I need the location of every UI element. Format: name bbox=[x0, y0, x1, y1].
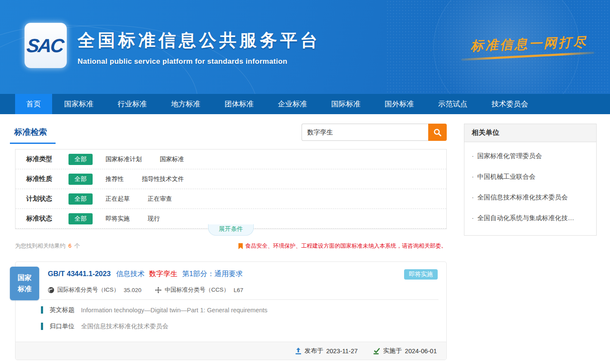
filter-option[interactable]: 正在起草 bbox=[106, 195, 130, 203]
ics-value: 35.020 bbox=[124, 287, 141, 293]
implement-label: 实施于 bbox=[383, 347, 402, 355]
standard-title-part2[interactable]: 第1部分：通用要求 bbox=[182, 270, 243, 277]
filter-option[interactable]: 即将实施 bbox=[106, 215, 130, 223]
notice-message: 食品安全、环境保护、工程建设方面的国家标准未纳入本系统，请咨询相关部委。 bbox=[238, 242, 447, 250]
compass-icon bbox=[155, 287, 162, 293]
search-section: 标准检索 bbox=[15, 124, 447, 144]
filter-all-button[interactable]: 全部 bbox=[68, 154, 93, 165]
filter-option[interactable]: 国家标准 bbox=[160, 156, 184, 163]
summary-prefix: 为您找到相关结果约 bbox=[15, 243, 65, 249]
ccs-value: L67 bbox=[233, 287, 243, 293]
implement-date: 2024-06-01 bbox=[405, 348, 437, 355]
check-icon bbox=[373, 348, 380, 355]
card-top: GB/T 43441.1-2023 信息技术 数字孪生 第1部分：通用要求 即将… bbox=[16, 262, 446, 299]
nav-item-foreign-standards[interactable]: 国外标准 bbox=[373, 94, 426, 114]
filter-panel: 标准类型 全部 国家标准计划 国家标准 标准性质 全部 推荐性 指导性技术文件 … bbox=[15, 149, 447, 229]
ics-label: 国际标准分类号（ICS） bbox=[57, 286, 119, 294]
ccs-meta: 中国标准分类号（CCS） L67 bbox=[155, 286, 243, 294]
search-box bbox=[302, 124, 447, 141]
filter-option[interactable]: 指导性技术文件 bbox=[142, 175, 184, 183]
site-subtitle: National public service platform for sta… bbox=[78, 57, 321, 66]
expand-conditions-button[interactable]: 展开条件 bbox=[208, 224, 254, 236]
results-summary: 为您找到相关结果约 6 个 bbox=[15, 242, 80, 250]
search-button[interactable] bbox=[428, 124, 447, 141]
related-units-title: 相关单位 bbox=[464, 124, 596, 142]
english-title-value: Information technology—Digital twin—Part… bbox=[81, 307, 268, 314]
ics-meta: 国际标准分类号（ICS） 35.020 bbox=[48, 286, 141, 294]
filter-all-button[interactable]: 全部 bbox=[68, 213, 93, 224]
page-content: 标准检索 标准类型 全部 国家标准计划 国家标准 bbox=[0, 114, 610, 360]
dept-row: 归口单位 全国信息技术标准化技术委员会 bbox=[41, 322, 438, 330]
related-unit-link[interactable]: 中国机械工业联合会 bbox=[472, 166, 589, 187]
nav-item-industry-standards[interactable]: 行业标准 bbox=[106, 94, 159, 114]
implement-date-item: 实施于 2024-06-01 bbox=[373, 347, 437, 355]
ccs-label: 中国标准分类号（CCS） bbox=[165, 286, 229, 294]
search-input[interactable] bbox=[302, 124, 428, 141]
card-details: 英文标题 Information technology—Digital twin… bbox=[16, 300, 446, 342]
filter-label: 计划状态 bbox=[26, 195, 68, 203]
globe-icon bbox=[48, 287, 54, 293]
card-footer: 发布于 2023-11-27 实施于 2024-06-01 bbox=[16, 342, 446, 360]
related-units-panel: 相关单位 国家标准化管理委员会 中国机械工业联合会 全国信息技术标准化技术委员会… bbox=[464, 124, 597, 236]
standard-result-card: 国家 标准 GB/T 43441.1-2023 信息技术 数字孪生 第1部分：通… bbox=[15, 261, 447, 360]
sac-logo[interactable]: SAC bbox=[25, 23, 67, 68]
related-unit-link[interactable]: 全国信息技术标准化技术委员会 bbox=[472, 187, 589, 208]
nav-item-home[interactable]: 首页 bbox=[15, 94, 52, 114]
filter-label: 标准性质 bbox=[26, 175, 68, 183]
english-title-label: 英文标题 bbox=[50, 306, 75, 314]
nav-item-enterprise-standards[interactable]: 企业标准 bbox=[266, 94, 319, 114]
standard-code[interactable]: GB/T 43441.1-2023 bbox=[48, 270, 111, 277]
nav-item-local-standards[interactable]: 地方标准 bbox=[159, 94, 212, 114]
nav-item-technical-committee[interactable]: 技术委员会 bbox=[479, 94, 540, 114]
filter-option[interactable]: 国家标准计划 bbox=[106, 156, 142, 163]
nav-item-national-standards[interactable]: 国家标准 bbox=[52, 94, 106, 114]
english-title-row: 英文标题 Information technology—Digital twin… bbox=[41, 306, 438, 314]
type-badge-line2: 标准 bbox=[18, 283, 31, 295]
filter-all-button[interactable]: 全部 bbox=[68, 193, 93, 205]
card-title-row: GB/T 43441.1-2023 信息技术 数字孪生 第1部分：通用要求 即将… bbox=[48, 269, 438, 280]
filter-row-plan-status: 计划状态 全部 正在起草 正在审查 bbox=[16, 189, 446, 209]
summary-suffix: 个 bbox=[74, 243, 80, 249]
publish-date: 2023-11-27 bbox=[326, 348, 358, 355]
nav-item-group-standards[interactable]: 团体标准 bbox=[212, 94, 266, 114]
filter-row-standard-type: 标准类型 全部 国家标准计划 国家标准 bbox=[16, 149, 446, 169]
main-nav: 首页 国家标准 行业标准 地方标准 团体标准 企业标准 国际标准 国外标准 示范… bbox=[0, 94, 610, 114]
sidebar-column: 相关单位 国家标准化管理委员会 中国机械工业联合会 全国信息技术标准化技术委员会… bbox=[464, 124, 597, 360]
nav-item-pilot[interactable]: 示范试点 bbox=[426, 94, 479, 114]
publish-date-item: 发布于 2023-11-27 bbox=[295, 347, 358, 355]
teal-bar bbox=[41, 306, 43, 314]
standard-title-link[interactable]: GB/T 43441.1-2023 信息技术 数字孪生 第1部分：通用要求 bbox=[48, 269, 243, 279]
dept-value: 全国信息技术标准化技术委员会 bbox=[81, 322, 168, 330]
bookmark-icon bbox=[238, 243, 243, 249]
filter-option[interactable]: 推荐性 bbox=[106, 175, 124, 183]
site-header: SAC 全国标准信息公共服务平台 National public service… bbox=[0, 0, 610, 94]
type-badge-line1: 国家 bbox=[18, 272, 31, 283]
publish-label: 发布于 bbox=[305, 347, 324, 355]
site-title: 全国标准信息公共服务平台 bbox=[78, 28, 321, 52]
related-unit-link[interactable]: 全国自动化系统与集成标准化技… bbox=[472, 208, 589, 228]
teal-bar bbox=[41, 323, 43, 330]
standard-title-keyword[interactable]: 数字孪生 bbox=[149, 270, 177, 277]
card-meta-row: 国际标准分类号（ICS） 35.020 bbox=[48, 286, 438, 294]
filter-row-standard-nature: 标准性质 全部 推荐性 指导性技术文件 bbox=[16, 169, 446, 189]
summary-count: 6 bbox=[68, 243, 72, 249]
status-badge: 即将实施 bbox=[404, 269, 438, 280]
filter-all-button[interactable]: 全部 bbox=[68, 174, 93, 185]
filter-option[interactable]: 现行 bbox=[148, 215, 160, 223]
filter-option[interactable]: 正在审查 bbox=[148, 195, 172, 203]
filter-label: 标准类型 bbox=[26, 155, 68, 163]
nav-item-international-standards[interactable]: 国际标准 bbox=[319, 94, 373, 114]
notice-text: 食品安全、环境保护、工程建设方面的国家标准未纳入本系统，请咨询相关部委。 bbox=[245, 242, 447, 250]
standard-title-part1[interactable]: 信息技术 bbox=[116, 270, 144, 277]
publish-icon bbox=[295, 348, 302, 355]
sac-logo-text: SAC bbox=[25, 35, 65, 56]
search-icon bbox=[433, 128, 442, 137]
dept-label: 归口单位 bbox=[50, 322, 75, 330]
site-title-block: 全国标准信息公共服务平台 National public service pla… bbox=[78, 28, 321, 66]
standard-type-badge: 国家 标准 bbox=[10, 267, 39, 300]
related-units-list: 国家标准化管理委员会 中国机械工业联合会 全国信息技术标准化技术委员会 全国自动… bbox=[464, 142, 596, 235]
related-unit-link[interactable]: 国家标准化管理委员会 bbox=[472, 146, 589, 166]
section-title-standard-search: 标准检索 bbox=[10, 124, 56, 144]
filter-label: 标准状态 bbox=[26, 215, 68, 223]
results-summary-row: 为您找到相关结果约 6 个 食品安全、环境保护、工程建设方面的国家标准未纳入本系… bbox=[15, 242, 447, 250]
